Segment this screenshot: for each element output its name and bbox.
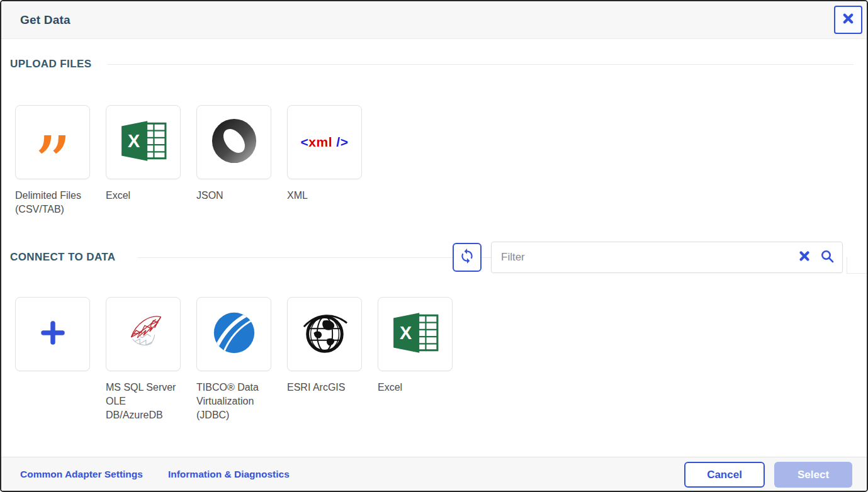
tile-esri-arcgis[interactable] — [287, 297, 362, 371]
tile-add-connection[interactable] — [15, 297, 90, 371]
search-button[interactable] — [816, 242, 838, 272]
upload-tiles-row: ” Delimited Files (CSV/TAB) X — [15, 105, 378, 216]
svg-text:X: X — [400, 323, 412, 343]
tile-label: Excel — [106, 189, 181, 203]
tile-label: TIBCO® Data Virtualization (JDBC) — [196, 381, 271, 422]
tile-excel-connect[interactable]: X — [378, 297, 453, 371]
close-icon — [842, 12, 855, 28]
tile-group-add-connection — [15, 297, 90, 422]
upload-section-divider — [107, 64, 854, 65]
tile-xml[interactable]: <xml /> — [287, 105, 362, 179]
excel-icon: X — [391, 310, 440, 358]
tile-delimited-files[interactable]: ” — [15, 105, 90, 179]
excel-icon: X — [119, 118, 168, 166]
divider-corner-vertical — [847, 257, 847, 274]
tile-label: Excel — [378, 381, 453, 394]
tile-group-delimited: ” Delimited Files (CSV/TAB) — [15, 105, 90, 216]
select-button[interactable]: Select — [774, 462, 852, 488]
dialog-header: Get Data — [1, 1, 867, 39]
common-adapter-settings-link[interactable]: Common Adapter Settings — [20, 469, 143, 480]
cancel-button[interactable]: Cancel — [684, 462, 765, 488]
tile-sql-server[interactable] — [106, 297, 181, 371]
refresh-button[interactable] — [453, 243, 482, 272]
tile-label: ESRI ArcGIS — [287, 381, 362, 394]
sql-server-icon — [119, 308, 168, 360]
tile-label: JSON — [196, 189, 271, 203]
tile-group-sql-server: MS SQL Server OLE DB/AzureDB — [106, 297, 181, 422]
tile-json[interactable] — [196, 105, 271, 179]
tile-group-tibco-dv: TIBCO® Data Virtualization (JDBC) — [196, 297, 271, 422]
xml-icon: <xml /> — [301, 135, 349, 150]
tile-label: MS SQL Server OLE DB/AzureDB — [106, 381, 181, 422]
information-diagnostics-link[interactable]: Information & Diagnostics — [168, 469, 290, 480]
divider-corner-horizontal — [847, 273, 867, 274]
dialog-title: Get Data — [20, 1, 70, 38]
tile-tibco-data-virtualization[interactable] — [196, 297, 271, 371]
clear-filter-button[interactable] — [793, 242, 816, 272]
tile-group-esri: ESRI ArcGIS — [287, 297, 362, 422]
tile-group-json: JSON — [196, 105, 271, 216]
get-data-dialog: Get Data UPLOAD FILES ” Delimited Files … — [0, 0, 868, 492]
esri-globe-icon — [300, 308, 349, 360]
connect-tiles-row: MS SQL Server OLE DB/AzureDB TIBCO® Data… — [15, 297, 468, 422]
connect-section-divider-segment — [482, 257, 491, 258]
filter-input[interactable] — [492, 242, 793, 272]
close-button[interactable] — [834, 6, 862, 34]
json-icon — [210, 116, 259, 168]
tile-label: XML — [287, 189, 362, 203]
connect-to-data-section-title: CONNECT TO DATA — [10, 251, 116, 264]
footer-links: Common Adapter Settings Information & Di… — [20, 457, 290, 491]
tile-group-excel-upload: X Excel — [106, 105, 181, 216]
dialog-footer: Common Adapter Settings Information & Di… — [1, 457, 867, 491]
connect-section-divider — [137, 257, 453, 258]
tile-group-xml: <xml /> XML — [287, 105, 362, 216]
tibco-icon — [210, 308, 259, 360]
filter-container — [491, 242, 843, 273]
plus-icon — [38, 318, 68, 350]
tile-group-excel-connect: X Excel — [378, 297, 453, 422]
tile-excel-upload[interactable]: X — [106, 105, 181, 179]
clear-icon — [798, 250, 811, 265]
search-icon — [820, 249, 835, 266]
upload-files-section-title: UPLOAD FILES — [10, 58, 91, 70]
svg-text:X: X — [128, 131, 140, 151]
refresh-icon — [459, 248, 475, 267]
